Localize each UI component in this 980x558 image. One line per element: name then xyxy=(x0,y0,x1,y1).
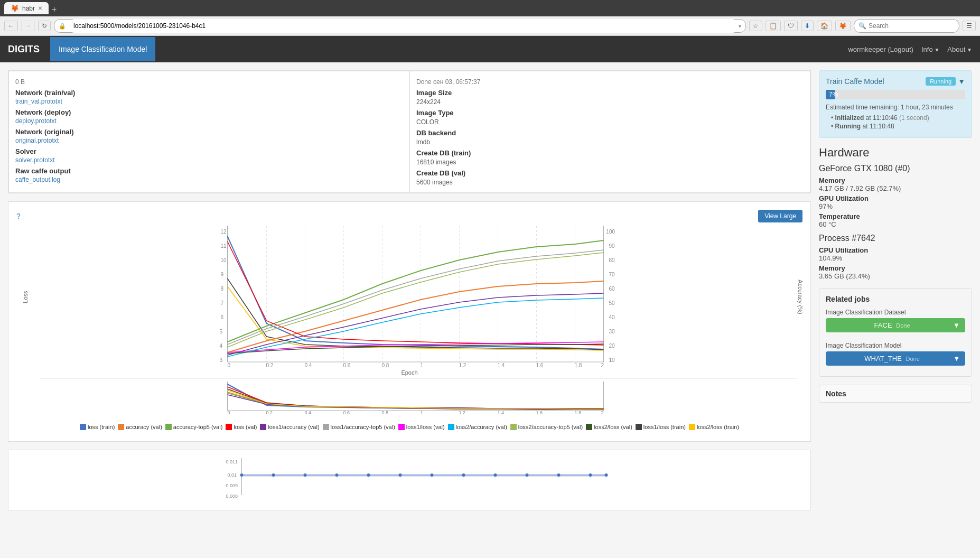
new-tab-button[interactable]: + xyxy=(49,5,60,14)
svg-text:0.4: 0.4 xyxy=(305,410,312,415)
svg-text:0.008: 0.008 xyxy=(226,494,238,499)
svg-text:0.009: 0.009 xyxy=(226,483,238,488)
face-dropdown-text: FACE Done xyxy=(874,321,910,329)
help-icon[interactable]: ? xyxy=(16,212,21,220)
legend-loss2-loss-val: loss2/loss (val) xyxy=(594,424,632,430)
solver-link[interactable]: solver.prototxt xyxy=(15,156,403,164)
svg-text:0.4: 0.4 xyxy=(305,362,312,368)
network-train-val-label: Network (train/val) xyxy=(15,89,403,97)
cpu-util-label: CPU Utilization xyxy=(819,246,972,254)
db-backend-value: lmdb xyxy=(416,138,430,146)
progress-text: 7% xyxy=(829,90,838,99)
firefox-menu-button[interactable]: 🦊 xyxy=(835,21,851,31)
svg-point-73 xyxy=(494,473,497,477)
search-input[interactable] xyxy=(869,22,955,30)
train-val-link[interactable]: train_val.prototxt xyxy=(15,98,403,105)
estimated-time: Estimated time remaining: 1 hour, 23 min… xyxy=(826,104,965,111)
create-db-train-label: Create DB (train) xyxy=(416,149,804,157)
legend-loss1-loss-val: loss1/loss (val) xyxy=(406,424,445,430)
svg-text:7: 7 xyxy=(221,300,224,306)
dataset-label: Image Classification Dataset xyxy=(826,309,965,316)
search-magnifier-icon: 🔍 xyxy=(858,22,866,30)
svg-point-74 xyxy=(526,473,529,477)
nav-tab-image-classification[interactable]: Image Classification Model xyxy=(50,37,155,61)
svg-text:50: 50 xyxy=(609,300,615,306)
legend-loss1-loss-train: loss1/loss (train) xyxy=(643,424,686,430)
original-link[interactable]: original.prototxt xyxy=(15,137,403,144)
memory-value: 4.17 GB / 7.92 GB (52.7%) xyxy=(819,184,972,192)
legend-accuracy-val: accuracy (val) xyxy=(126,424,162,430)
hardware-title: Hardware xyxy=(819,146,972,160)
legend-loss-train: loss (train) xyxy=(88,424,115,430)
main-chart-svg: 12 11 10 9 8 7 6 5 4 3 100 90 80 70 60 xyxy=(40,226,797,368)
raw-caffe-label: Raw caffe output xyxy=(15,167,403,175)
tab-close-button[interactable]: ✕ xyxy=(38,5,42,11)
hamburger-menu-button[interactable]: ☰ xyxy=(963,21,976,31)
cpu-util-value: 104.9% xyxy=(819,254,972,262)
logout-link[interactable]: wormkeeper (Logout) xyxy=(848,45,913,53)
svg-point-75 xyxy=(557,473,561,477)
train-dropdown-arrow[interactable]: ▼ xyxy=(958,77,965,86)
caffe-output-link[interactable]: caffe_output.log xyxy=(15,176,403,183)
image-size-value: 224x224 xyxy=(416,98,441,106)
tab-label: habr xyxy=(22,5,35,12)
svg-point-76 xyxy=(589,473,592,477)
home-button[interactable]: 🏠 xyxy=(817,21,832,31)
download-button[interactable]: ⬇ xyxy=(801,21,814,31)
svg-text:11: 11 xyxy=(221,243,227,249)
svg-text:1.4: 1.4 xyxy=(498,410,505,415)
deploy-link[interactable]: deploy.prototxt xyxy=(15,117,403,125)
svg-text:0.2: 0.2 xyxy=(266,410,273,415)
svg-text:3: 3 xyxy=(220,357,223,363)
legend-loss2-accuracy-val: loss2/accuracy (val) xyxy=(456,424,507,430)
notes-title: Notes xyxy=(826,389,965,398)
face-dataset-dropdown[interactable]: FACE Done ▼ xyxy=(826,318,965,332)
create-db-val-label: Create DB (val) xyxy=(416,169,804,177)
svg-text:0.6: 0.6 xyxy=(343,362,351,368)
what-the-dropdown-text: WHAT_THE Done xyxy=(864,355,919,362)
view-large-button[interactable]: View Large xyxy=(758,210,802,222)
legend-loss-val: loss (val) xyxy=(234,424,257,430)
browser-tab[interactable]: 🦊 habr ✕ xyxy=(4,2,49,14)
gpu-title: GeForce GTX 1080 (#0) xyxy=(819,164,972,173)
done-label: Done сен 03, 06:57:37 xyxy=(416,78,480,86)
what-the-model-dropdown[interactable]: WHAT_THE Done ▼ xyxy=(826,351,965,366)
svg-text:100: 100 xyxy=(606,229,615,235)
forward-button[interactable]: → xyxy=(21,21,35,31)
svg-text:0.8: 0.8 xyxy=(382,362,389,368)
svg-point-71 xyxy=(431,473,434,477)
about-dropdown[interactable]: About xyxy=(947,45,972,53)
svg-text:0.011: 0.011 xyxy=(226,459,238,464)
svg-point-72 xyxy=(462,473,465,477)
svg-point-66 xyxy=(272,473,275,477)
reload-button[interactable]: ↻ xyxy=(38,21,51,31)
address-input[interactable] xyxy=(68,19,739,33)
bookmark-star-button[interactable]: ☆ xyxy=(749,21,762,31)
info-dropdown[interactable]: Info xyxy=(921,45,939,53)
address-chevron-icon[interactable]: ▾ xyxy=(739,23,741,29)
svg-point-67 xyxy=(304,473,307,477)
train-card-title: Train Caffe Model xyxy=(826,77,884,86)
svg-text:1.2: 1.2 xyxy=(459,410,466,415)
create-db-train-value: 16810 images xyxy=(416,159,456,166)
temperature-label: Temperature xyxy=(819,212,972,220)
svg-text:0.01: 0.01 xyxy=(228,472,237,478)
brand-logo[interactable]: DIGITS xyxy=(8,44,40,55)
back-button[interactable]: ← xyxy=(4,21,18,31)
svg-text:10: 10 xyxy=(609,357,615,363)
legend-loss2-accuracy-top5-val: loss2/accuracy-top5 (val) xyxy=(518,424,583,430)
svg-text:1.2: 1.2 xyxy=(459,362,466,368)
svg-text:0: 0 xyxy=(228,410,230,415)
reading-list-button[interactable]: 📋 xyxy=(766,21,781,31)
what-the-dropdown-arrow: ▼ xyxy=(953,355,960,362)
svg-text:1.4: 1.4 xyxy=(498,362,505,368)
shield-button[interactable]: 🛡 xyxy=(784,21,798,31)
secure-icon: 🔒 xyxy=(59,23,66,30)
related-jobs-title: Related jobs xyxy=(826,295,965,303)
model-label: Image Classification Model xyxy=(826,342,965,349)
svg-text:1.6: 1.6 xyxy=(536,410,543,415)
svg-text:1: 1 xyxy=(421,410,423,415)
svg-point-70 xyxy=(399,473,402,477)
svg-point-68 xyxy=(335,473,339,477)
svg-text:1.8: 1.8 xyxy=(575,362,582,368)
